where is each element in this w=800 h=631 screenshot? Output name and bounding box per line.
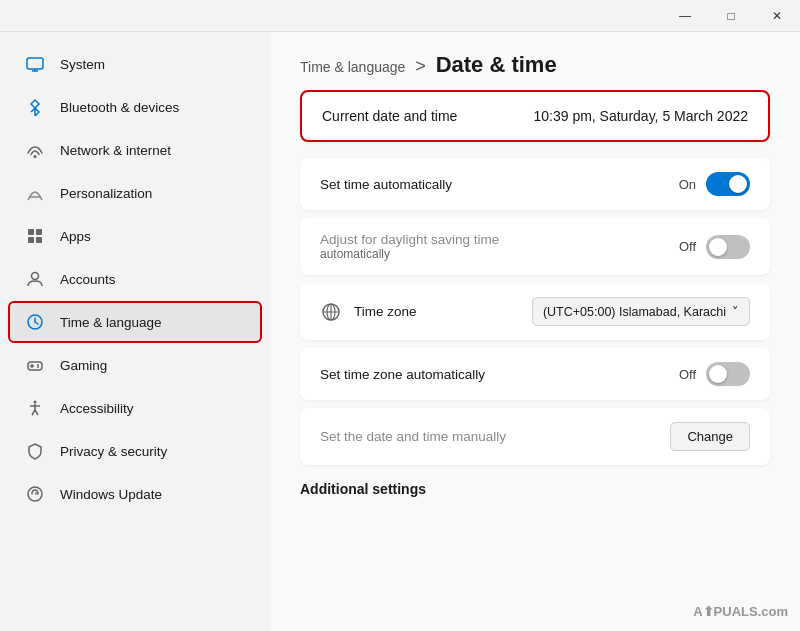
svg-rect-6 — [28, 229, 34, 235]
daylight-saving-row: Adjust for daylight saving time automati… — [300, 218, 770, 275]
sidebar-item-system[interactable]: System — [8, 43, 262, 85]
daylight-saving-labels: Adjust for daylight saving time automati… — [320, 232, 499, 261]
toggle-thumb — [709, 365, 727, 383]
svg-point-10 — [32, 273, 39, 280]
main-content: Time & language > Date & time Current da… — [270, 32, 800, 631]
change-button[interactable]: Change — [670, 422, 750, 451]
accessibility-icon — [24, 397, 46, 419]
close-button[interactable]: ✕ — [754, 0, 800, 32]
manual-date-row: Set the date and time manually Change — [300, 408, 770, 465]
set-time-auto-card: Set time automatically On — [300, 158, 770, 210]
timezone-globe-icon — [320, 301, 342, 323]
sidebar-item-label: Windows Update — [60, 487, 162, 502]
daylight-saving-toggle[interactable] — [706, 235, 750, 259]
svg-point-17 — [37, 364, 39, 366]
additional-settings-heading: Additional settings — [300, 481, 770, 497]
sidebar-item-privacy[interactable]: Privacy & security — [8, 430, 262, 472]
sidebar-item-label: Bluetooth & devices — [60, 100, 179, 115]
svg-rect-7 — [36, 229, 42, 235]
svg-point-4 — [34, 155, 37, 158]
timezone-left: Time zone — [320, 301, 417, 323]
system-icon — [24, 53, 46, 75]
breadcrumb-separator: > — [415, 56, 426, 76]
svg-rect-9 — [36, 237, 42, 243]
daylight-saving-card: Adjust for daylight saving time automati… — [300, 218, 770, 275]
toggle-thumb — [709, 238, 727, 256]
svg-line-22 — [32, 410, 35, 415]
sidebar-item-label: Accounts — [60, 272, 116, 287]
sidebar-item-label: Personalization — [60, 186, 152, 201]
apps-icon — [24, 225, 46, 247]
svg-point-18 — [37, 366, 39, 368]
maximize-button[interactable]: □ — [708, 0, 754, 32]
breadcrumb: Time & language > Date & time — [300, 52, 770, 78]
daylight-saving-status: Off — [679, 239, 696, 254]
set-time-auto-label: Set time automatically — [320, 177, 679, 192]
timezone-auto-right: Off — [679, 362, 750, 386]
app-container: System Bluetooth & devices Network & int… — [0, 32, 800, 631]
personalization-icon — [24, 182, 46, 204]
bluetooth-icon — [24, 96, 46, 118]
timezone-row: Time zone (UTC+05:00) Islamabad, Karachi… — [300, 283, 770, 340]
toggle-thumb — [729, 175, 747, 193]
sidebar-item-bluetooth[interactable]: Bluetooth & devices — [8, 86, 262, 128]
accounts-icon — [24, 268, 46, 290]
update-icon — [24, 483, 46, 505]
sidebar-item-accounts[interactable]: Accounts — [8, 258, 262, 300]
page-title: Date & time — [436, 52, 557, 77]
sidebar-item-label: Network & internet — [60, 143, 171, 158]
sidebar-item-label: System — [60, 57, 105, 72]
sidebar-item-network[interactable]: Network & internet — [8, 129, 262, 171]
svg-line-13 — [35, 322, 38, 324]
daylight-saving-label: Adjust for daylight saving time — [320, 232, 499, 247]
timezone-auto-card: Set time zone automatically Off — [300, 348, 770, 400]
current-datetime-label: Current date and time — [322, 108, 457, 124]
timezone-value: (UTC+05:00) Islamabad, Karachi — [543, 305, 726, 319]
chevron-down-icon: ˅ — [732, 304, 739, 319]
set-time-auto-row: Set time automatically On — [300, 158, 770, 210]
minimize-button[interactable]: — — [662, 0, 708, 32]
parent-title: Time & language — [300, 59, 405, 75]
timezone-card: Time zone (UTC+05:00) Islamabad, Karachi… — [300, 283, 770, 340]
timezone-auto-label: Set time zone automatically — [320, 367, 679, 382]
manual-date-card: Set the date and time manually Change — [300, 408, 770, 465]
network-icon — [24, 139, 46, 161]
sidebar-item-windowsupdate[interactable]: Windows Update — [8, 473, 262, 515]
daylight-saving-label2: automatically — [320, 247, 499, 261]
title-bar: — □ ✕ — [0, 0, 800, 32]
set-time-auto-right: On — [679, 172, 750, 196]
daylight-saving-right: Off — [679, 235, 750, 259]
svg-point-19 — [34, 401, 37, 404]
timezone-auto-toggle[interactable] — [706, 362, 750, 386]
timezone-label: Time zone — [354, 304, 417, 319]
set-time-auto-toggle[interactable] — [706, 172, 750, 196]
timezone-dropdown[interactable]: (UTC+05:00) Islamabad, Karachi ˅ — [532, 297, 750, 326]
manual-date-label: Set the date and time manually — [320, 429, 670, 444]
svg-line-23 — [35, 410, 38, 415]
sidebar-item-accessibility[interactable]: Accessibility — [8, 387, 262, 429]
svg-rect-8 — [28, 237, 34, 243]
sidebar-item-timelanguage[interactable]: Time & language — [8, 301, 262, 343]
time-icon — [24, 311, 46, 333]
sidebar-item-label: Gaming — [60, 358, 107, 373]
sidebar-item-label: Time & language — [60, 315, 162, 330]
sidebar-item-apps[interactable]: Apps — [8, 215, 262, 257]
privacy-icon — [24, 440, 46, 462]
sidebar-item-label: Privacy & security — [60, 444, 167, 459]
set-time-auto-status: On — [679, 177, 696, 192]
sidebar-item-gaming[interactable]: Gaming — [8, 344, 262, 386]
sidebar-item-label: Apps — [60, 229, 91, 244]
sidebar: System Bluetooth & devices Network & int… — [0, 32, 270, 631]
timezone-auto-row: Set time zone automatically Off — [300, 348, 770, 400]
current-datetime-value: 10:39 pm, Saturday, 5 March 2022 — [533, 108, 748, 124]
timezone-auto-status: Off — [679, 367, 696, 382]
current-datetime-card: Current date and time 10:39 pm, Saturday… — [300, 90, 770, 142]
gaming-icon — [24, 354, 46, 376]
svg-rect-0 — [27, 58, 43, 69]
sidebar-item-personalization[interactable]: Personalization — [8, 172, 262, 214]
sidebar-item-label: Accessibility — [60, 401, 134, 416]
